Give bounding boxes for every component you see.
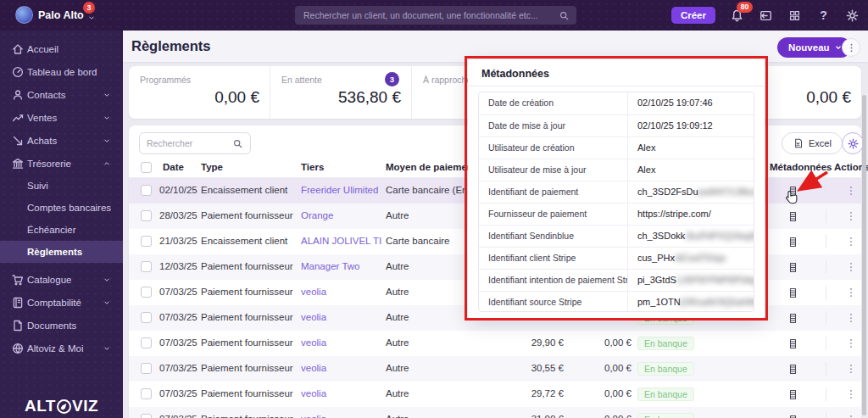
metadata-button[interactable] — [783, 309, 802, 326]
cell-tiers-link[interactable]: ALAIN JOLIVEL TI — [301, 236, 381, 246]
create-button[interactable]: Créer — [671, 7, 715, 24]
metadata-label: Date de création — [479, 92, 628, 114]
cell-tiers-link[interactable]: veolia — [301, 312, 326, 322]
settings-button[interactable] — [845, 8, 860, 23]
cell-tiers-link[interactable]: veolia — [301, 363, 326, 373]
col-moyen[interactable]: Moyen de paiement — [386, 162, 476, 172]
import-button[interactable] — [759, 8, 773, 23]
sidebar-item-comptes-bancaires[interactable]: Comptes bancaires — [0, 197, 123, 219]
row-actions-button[interactable] — [843, 360, 859, 377]
cell-date: 07/03/25 — [159, 414, 198, 418]
row-checkbox[interactable] — [141, 236, 152, 247]
page-more-button[interactable] — [842, 38, 860, 57]
sidebar-item-suivi[interactable]: Suivi — [0, 175, 123, 197]
cell-tiers-link[interactable]: Manager Two — [301, 261, 359, 271]
cell-tiers-link[interactable]: Freerider Ulimited — [301, 185, 378, 195]
vertical-scrollbar[interactable] — [862, 95, 866, 415]
metadata-label: Identifiant client Stripe — [479, 248, 628, 269]
sidebar-item-catalogue[interactable]: Catalogue — [0, 268, 123, 291]
table-search-input[interactable]: Rechercher — [139, 132, 251, 154]
metadata-label: Utilisateur de mise à jour — [479, 159, 628, 181]
metadata-button[interactable] — [783, 208, 802, 225]
col-tiers[interactable]: Tiers — [301, 162, 324, 172]
sidebar-item-documents[interactable]: Documents — [0, 314, 123, 337]
table-row[interactable]: 07/03/25Paiement fournisseurveoliaAutre2… — [129, 382, 861, 407]
cell-tiers-link[interactable]: veolia — [301, 388, 326, 398]
sidebar-item-label: Suivi — [27, 181, 48, 191]
metadata-value: cus_PHxidCwdTKtqa — [628, 248, 754, 269]
select-all-checkbox[interactable] — [141, 162, 152, 173]
company-switcher[interactable]: Palo Alto 3 — [15, 6, 96, 24]
import-box-icon — [759, 8, 773, 23]
cell-tiers-link[interactable]: veolia — [301, 414, 326, 418]
blurred-value: pwM4TXJ8kzqg1d — [698, 187, 754, 197]
row-actions-button[interactable] — [843, 411, 859, 418]
sidebar-item-contacts[interactable]: Contacts — [0, 83, 123, 106]
cell-tiers-link[interactable]: Orange — [301, 210, 333, 220]
sidebar-item-comptabilit-[interactable]: Comptabilité — [0, 291, 123, 314]
apps-button[interactable] — [787, 8, 802, 23]
row-checkbox[interactable] — [141, 337, 152, 348]
sidebar-item-tr-sorerie[interactable]: Trésorerie — [0, 152, 123, 175]
doc-icon — [11, 319, 25, 332]
row-checkbox[interactable] — [141, 185, 152, 196]
table-row[interactable]: 07/03/25Paiement fournisseurveoliaAutre3… — [129, 356, 861, 382]
metadata-button[interactable] — [783, 284, 802, 301]
sidebar-item-label: Contacts — [27, 90, 65, 100]
col-date[interactable]: Date — [163, 162, 184, 172]
metadata-button[interactable] — [783, 233, 802, 250]
metadata-button[interactable] — [783, 182, 802, 199]
row-actions-button[interactable] — [843, 182, 859, 199]
table-row[interactable]: 07/03/25Paiement fournisseurveoliaAutre3… — [129, 407, 861, 418]
metadata-button[interactable] — [783, 335, 802, 352]
row-checkbox[interactable] — [141, 312, 152, 323]
row-actions-button[interactable] — [843, 309, 859, 326]
row-checkbox[interactable] — [141, 414, 152, 418]
sidebar-item--ch-ancier[interactable]: Échéancier — [0, 219, 123, 241]
stat-programmes: Programmés 0,00 € — [129, 66, 270, 119]
page-title: Règlements — [131, 38, 211, 54]
metadata-label: Identifiant de paiement — [479, 181, 628, 203]
row-checkbox[interactable] — [141, 210, 152, 221]
metadata-button[interactable] — [783, 411, 802, 418]
row-actions-button[interactable] — [843, 233, 859, 250]
row-actions-button[interactable] — [843, 284, 859, 301]
notifications-button[interactable]: 80 — [730, 8, 744, 23]
excel-export-button[interactable]: Excel — [782, 132, 843, 154]
metadata-button[interactable] — [783, 386, 802, 403]
company-logo — [15, 6, 33, 24]
row-checkbox[interactable] — [141, 388, 152, 399]
row-checkbox[interactable] — [141, 363, 152, 374]
row-actions-button[interactable] — [843, 208, 859, 225]
sidebar-item-altoviz-moi[interactable]: Altoviz & Moi — [0, 337, 123, 359]
sidebar-item-ventes[interactable]: Ventes — [0, 106, 123, 129]
new-payment-button[interactable]: Nouveau — [777, 37, 851, 58]
row-actions-button[interactable] — [843, 386, 859, 403]
col-metadonnees[interactable]: Métadonnées — [770, 162, 832, 172]
divider — [826, 311, 826, 325]
metadata-button[interactable] — [783, 259, 802, 276]
sidebar-item-tableau-de-bord[interactable]: Tableau de bord — [0, 60, 123, 83]
col-type[interactable]: Type — [201, 162, 223, 172]
row-checkbox[interactable] — [141, 287, 152, 298]
metadata-label: Identifiant intention de paiement Stripe — [479, 270, 628, 291]
sidebar-item-label: Tableau de bord — [27, 67, 97, 77]
cell-tiers-link[interactable]: veolia — [301, 337, 326, 348]
cell-type: Paiement fournisseur — [201, 363, 293, 373]
row-actions-button[interactable] — [843, 335, 859, 352]
help-button[interactable]: ? — [816, 8, 831, 23]
sidebar-item-r-glements[interactable]: Règlements — [0, 241, 123, 263]
apps-grid-icon — [788, 9, 801, 22]
sidebar-item-accueil[interactable]: Accueil — [0, 37, 123, 60]
metadata-value: pi_3GtdS1J5P5FPMP8P0AgB — [628, 270, 754, 291]
global-search-input[interactable]: Rechercher un client, un document, une f… — [295, 6, 576, 25]
row-actions-button[interactable] — [843, 259, 859, 276]
sidebar-item-label: Documents — [27, 320, 76, 331]
sidebar-item-achats[interactable]: Achats — [0, 129, 123, 152]
row-checkbox[interactable] — [141, 261, 152, 272]
table-settings-button[interactable] — [842, 132, 864, 154]
cell-tiers-link[interactable]: veolia — [301, 287, 326, 297]
metadata-icon — [787, 363, 799, 376]
metadata-button[interactable] — [783, 360, 802, 377]
table-row[interactable]: 07/03/25Paiement fournisseurveoliaAutre2… — [129, 331, 861, 356]
